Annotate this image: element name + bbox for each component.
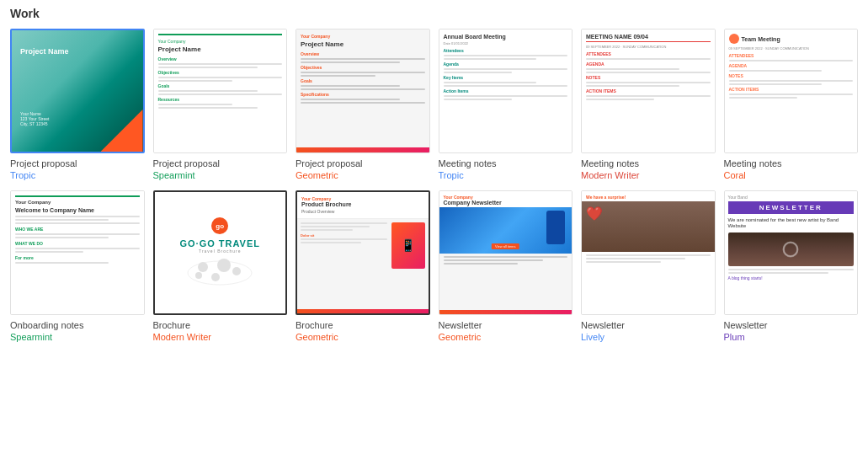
template-thumb-brochure-geometric[interactable]: Your Company Product Brochure Product Ov…: [296, 190, 430, 315]
template-style: Spearmint: [153, 169, 288, 181]
template-thumb-project-proposal-spearmint[interactable]: Your Company Project Name Overview Objec…: [153, 29, 288, 153]
template-style: Lively: [581, 331, 716, 343]
svg-point-4: [195, 272, 202, 279]
template-thumb-project-proposal-geometric[interactable]: Your Company Project Name Overview Objec…: [296, 29, 430, 153]
template-thumb-project-proposal-tropic[interactable]: Project Name Your Name 123 Your Street C…: [10, 29, 145, 153]
section-title: Work: [10, 7, 858, 20]
template-style: Geometric: [439, 331, 573, 343]
template-style: Modern Writer: [153, 331, 288, 343]
template-labels-brochure-modern-writer: Brochure Modern Writer: [153, 319, 288, 344]
template-labels-newsletter-lively: Newsletter Lively: [581, 319, 716, 344]
template-labels-newsletter-plum: Newsletter Plum: [724, 319, 859, 344]
template-thumb-newsletter-plum[interactable]: Your Band NEWSLETTER We are nominated fo…: [724, 190, 859, 315]
template-style: Tropic: [439, 169, 573, 181]
template-project-proposal-geometric[interactable]: Your Company Project Name Overview Objec…: [296, 29, 430, 182]
template-name: Meeting notes: [439, 158, 573, 169]
template-brochure-modern-writer[interactable]: go GO·GO TRAVEL Travel Brochure: [153, 190, 288, 344]
template-labels-newsletter-geometric: Newsletter Geometric: [439, 319, 573, 344]
template-thumb-brochure-modern-writer[interactable]: go GO·GO TRAVEL Travel Brochure: [153, 190, 288, 315]
template-project-proposal-spearmint[interactable]: Your Company Project Name Overview Objec…: [153, 29, 288, 182]
template-newsletter-geometric[interactable]: Your Company Company Newsletter View all…: [439, 190, 573, 344]
template-style: Coral: [724, 169, 859, 181]
template-style: Modern Writer: [581, 169, 716, 181]
template-labels-meeting-notes-coral: Meeting notes Coral: [724, 158, 859, 182]
templates-grid: Project Name Your Name 123 Your Street C…: [10, 29, 858, 343]
template-labels-onboarding-notes-spearmint: Onboarding notes Spearmint: [10, 319, 145, 344]
template-thumb-meeting-notes-coral[interactable]: Team Meeting 09 SEPTEMBER 2022 · SUNDAY …: [724, 29, 859, 153]
template-name: Meeting notes: [581, 158, 716, 169]
template-meeting-notes-tropic[interactable]: Annual Board Meeting Date 01/01/2022 Att…: [439, 29, 573, 182]
template-name: Brochure: [153, 319, 288, 331]
template-onboarding-notes-spearmint[interactable]: Your Company Welcome to Company Name WHO…: [10, 190, 145, 344]
template-thumb-meeting-notes-modern-writer[interactable]: MEETING NAME 09/04 09 SEPTEMBER 2022 · S…: [581, 29, 716, 153]
template-name: Newsletter: [439, 319, 573, 331]
svg-point-5: [211, 273, 220, 281]
template-name: Newsletter: [724, 319, 859, 331]
template-project-proposal-tropic[interactable]: Project Name Your Name 123 Your Street C…: [10, 29, 145, 182]
template-meeting-notes-coral[interactable]: Team Meeting 09 SEPTEMBER 2022 · SUNDAY …: [724, 29, 859, 182]
template-style: Spearmint: [10, 331, 145, 343]
template-name: Onboarding notes: [10, 319, 145, 331]
template-thumb-onboarding-notes-spearmint[interactable]: Your Company Welcome to Company Name WHO…: [10, 190, 145, 315]
template-style: Plum: [724, 331, 859, 343]
template-newsletter-lively[interactable]: We have a surprise! ❤️ Newsletter Lively: [581, 190, 716, 344]
template-name: Project proposal: [296, 158, 430, 169]
svg-point-2: [217, 259, 231, 272]
template-name: Project proposal: [153, 158, 288, 169]
template-name: Brochure: [296, 319, 430, 331]
template-name: Newsletter: [581, 319, 716, 331]
template-name: Project proposal: [10, 158, 145, 169]
template-thumb-newsletter-geometric[interactable]: Your Company Company Newsletter View all…: [439, 190, 573, 315]
work-templates-page: Work Project Name Your Name 123 Your Str…: [0, 0, 868, 350]
svg-point-3: [232, 267, 241, 275]
template-style: Tropic: [10, 169, 145, 181]
template-labels-meeting-notes-modern-writer: Meeting notes Modern Writer: [581, 158, 716, 182]
template-labels-brochure-geometric: Brochure Geometric: [296, 319, 430, 344]
template-meeting-notes-modern-writer[interactable]: MEETING NAME 09/04 09 SEPTEMBER 2022 · S…: [581, 29, 716, 182]
template-brochure-geometric[interactable]: Your Company Product Brochure Product Ov…: [296, 190, 430, 344]
template-name: Meeting notes: [724, 158, 859, 169]
template-style: Geometric: [296, 331, 430, 343]
template-newsletter-plum[interactable]: Your Band NEWSLETTER We are nominated fo…: [724, 190, 859, 344]
svg-point-1: [198, 262, 208, 272]
template-style: Geometric: [296, 169, 430, 181]
template-labels-project-proposal-spearmint: Project proposal Spearmint: [153, 158, 288, 182]
template-labels-project-proposal-geometric: Project proposal Geometric: [296, 158, 430, 182]
template-labels-meeting-notes-tropic: Meeting notes Tropic: [439, 158, 573, 182]
template-labels-project-proposal-tropic: Project proposal Tropic: [10, 158, 145, 182]
template-thumb-meeting-notes-tropic[interactable]: Annual Board Meeting Date 01/01/2022 Att…: [439, 29, 573, 153]
template-thumb-newsletter-lively[interactable]: We have a surprise! ❤️: [581, 190, 716, 315]
